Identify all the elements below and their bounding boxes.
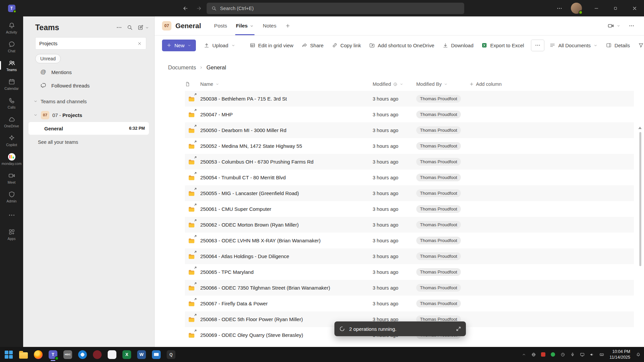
file-row[interactable]: 250067 - Firefly Data & Power 3 hours ag…	[185, 296, 634, 311]
add-column-button[interactable]: Add column	[469, 81, 634, 87]
new-button[interactable]: New	[162, 40, 196, 51]
file-name-link[interactable]: 250067 - Firefly Data & Power	[200, 301, 268, 306]
column-modified-by[interactable]: Modified By	[416, 81, 469, 87]
rail-item-admin[interactable]: Admin	[0, 187, 23, 206]
minimize-button[interactable]	[587, 0, 606, 16]
file-name-link[interactable]: 250066 - ODEC 7350 Tilghman Street (Bria…	[200, 285, 330, 291]
column-modified[interactable]: Modified	[373, 81, 416, 87]
download-button[interactable]: Download	[439, 40, 477, 51]
rail-item-onedrive[interactable]: OneDrive	[0, 112, 23, 131]
file-row[interactable]: 250062 - ODEC Morton Brown (Ryan Miller)…	[185, 217, 634, 233]
rail-more-button[interactable]	[0, 206, 23, 225]
blue-app-icon[interactable]	[149, 347, 164, 362]
see-all-teams-link[interactable]: See all your teams	[28, 135, 150, 145]
sidebar-more-button[interactable]	[114, 22, 124, 33]
file-row[interactable]: 250047 - MHP 3 hours ago Thomas Proudfoo…	[185, 107, 634, 122]
rail-item-monday[interactable]: monday.com	[0, 150, 23, 169]
rail-item-calls[interactable]: Calls	[0, 94, 23, 112]
rail-item-teams[interactable]: Teams	[0, 56, 23, 75]
file-name-link[interactable]: 250065 - TPC Maryland	[200, 269, 254, 275]
person-chip[interactable]: Thomas Proudfoot	[416, 205, 461, 213]
channel-item-general[interactable]: General 6:32 PM	[29, 122, 149, 135]
maroon-app-icon[interactable]	[90, 347, 105, 362]
file-row[interactable]: 250052 - Medina MN, 1472 State Highway 5…	[185, 138, 634, 154]
teams-taskbar-icon[interactable]: T	[46, 347, 60, 362]
person-chip[interactable]: Thomas Proudfoot	[416, 142, 461, 150]
file-name-link[interactable]: 250064 - Atlas Holdings - Due Diligence	[200, 253, 289, 259]
new-chat-dropdown[interactable]	[144, 22, 150, 33]
file-row[interactable]: 250053 - Columbus OH - 6730 Prushing Far…	[185, 154, 634, 170]
rail-item-chat[interactable]: Chat	[0, 37, 23, 56]
tab-files[interactable]: Files	[231, 16, 258, 35]
heic-app-icon[interactable]: HEIC	[60, 347, 75, 362]
rail-item-meet[interactable]: Meet	[0, 169, 23, 187]
share-button[interactable]: Share	[298, 40, 327, 51]
add-tab-button[interactable]	[281, 16, 295, 35]
dark-app-icon[interactable]: Q	[164, 347, 178, 362]
file-name-link[interactable]: 250055 - MIG - Lancaster (Greenfield Roa…	[200, 190, 299, 196]
firefox-icon[interactable]	[31, 347, 46, 362]
file-row[interactable]: 250066 - ODEC 7350 Tilghman Street (Bria…	[185, 280, 634, 296]
file-name-link[interactable]: 250054 - Trumbull CT - 80 Merritt Blvd	[200, 175, 286, 180]
person-chip[interactable]: Thomas Proudfoot	[416, 300, 461, 307]
copy-link-button[interactable]: Copy link	[328, 40, 365, 51]
clear-search-button[interactable]	[135, 39, 144, 48]
person-chip[interactable]: Thomas Proudfoot	[416, 284, 461, 292]
add-shortcut-button[interactable]: Add shortcut to OneDrive	[365, 40, 438, 51]
team-item-projects[interactable]: 07 07 - Projects	[28, 108, 150, 122]
rail-item-activity[interactable]: Activity	[0, 18, 23, 37]
file-row[interactable]: 250038 - Bethlehem PA - 715 E. 3rd St 3 …	[185, 91, 634, 107]
tray-green-app-icon[interactable]	[548, 348, 557, 361]
view-selector[interactable]: All Documents	[546, 40, 601, 51]
vertical-scrollbar[interactable]	[639, 132, 641, 266]
excel-taskbar-icon[interactable]: X	[119, 347, 134, 362]
commandbar-more-button[interactable]	[531, 40, 544, 51]
mentions-item[interactable]: @ Mentions	[28, 65, 150, 79]
file-row[interactable]: 250063 - ODEC LVHN MB X-RAY (Brian Wanam…	[185, 233, 634, 248]
tray-network-icon[interactable]	[529, 348, 538, 361]
person-chip[interactable]: Thomas Proudfoot	[416, 268, 461, 276]
followed-threads-item[interactable]: Followed threads	[28, 79, 150, 92]
forward-button[interactable]	[193, 3, 205, 14]
file-name-link[interactable]: 250063 - ODEC LVHN MB X-RAY (Brian Wanam…	[200, 238, 321, 243]
tray-keyboard-icon[interactable]	[597, 348, 606, 361]
file-name-link[interactable]: 250069 - ODEC Oley Quarry (Steve Berasle…	[200, 332, 303, 338]
tray-volume-icon[interactable]	[587, 348, 596, 361]
person-chip[interactable]: Thomas Proudfoot	[416, 158, 461, 166]
person-chip[interactable]: Thomas Proudfoot	[416, 95, 461, 103]
rail-item-apps[interactable]: Apps	[0, 225, 23, 244]
file-row[interactable]: 250054 - Trumbull CT - 80 Merritt Blvd 3…	[185, 170, 634, 185]
person-chip[interactable]: Thomas Proudfoot	[416, 126, 461, 134]
file-name-link[interactable]: 250052 - Medina MN, 1472 State Highway 5…	[200, 143, 302, 149]
tab-notes[interactable]: Notes	[258, 16, 281, 35]
sidebar-search-input[interactable]	[39, 41, 135, 46]
maximize-button[interactable]	[606, 0, 625, 16]
file-name-link[interactable]: 250047 - MHP	[200, 112, 233, 117]
browser-compass-icon[interactable]	[75, 347, 90, 362]
breadcrumb-documents[interactable]: Documents	[168, 64, 196, 71]
person-chip[interactable]: Thomas Proudfoot	[416, 252, 461, 260]
tray-display-icon[interactable]	[578, 348, 587, 361]
file-row[interactable]: 250061 - CMU Super Computer 3 hours ago …	[185, 201, 634, 217]
file-name-link[interactable]: 250053 - Columbus OH - 6730 Prushing Far…	[200, 159, 314, 165]
toast-expand-button[interactable]	[456, 326, 461, 331]
file-explorer-icon[interactable]	[16, 347, 31, 362]
person-chip[interactable]: Thomas Proudfoot	[416, 237, 461, 244]
global-search-box[interactable]: Search (Ctrl+E)	[207, 3, 464, 14]
tab-posts[interactable]: Posts	[210, 16, 231, 35]
person-chip[interactable]: Thomas Proudfoot	[416, 174, 461, 181]
file-name-link[interactable]: 250061 - CMU Super Computer	[200, 206, 271, 212]
file-name-link[interactable]: 250038 - Bethlehem PA - 715 E. 3rd St	[200, 96, 287, 102]
scrollbar-up-arrow[interactable]	[638, 127, 642, 129]
channel-more-button[interactable]	[627, 21, 637, 31]
file-row[interactable]: 250064 - Atlas Holdings - Due Diligence …	[185, 248, 634, 264]
titlebar-more-button[interactable]	[553, 3, 566, 14]
file-name-link[interactable]: 250050 - Dearborn MI - 3000 Miller Rd	[200, 127, 286, 133]
column-name[interactable]: Name	[200, 81, 373, 87]
tray-red-app-icon[interactable]	[539, 348, 548, 361]
taskbar-clock[interactable]: 10:04 PM 11/14/2025	[607, 349, 633, 360]
rail-item-copilot[interactable]: Copilot	[0, 131, 23, 150]
meet-now-button[interactable]	[605, 20, 623, 31]
person-chip[interactable]: Thomas Proudfoot	[416, 111, 461, 118]
back-button[interactable]	[180, 3, 191, 14]
